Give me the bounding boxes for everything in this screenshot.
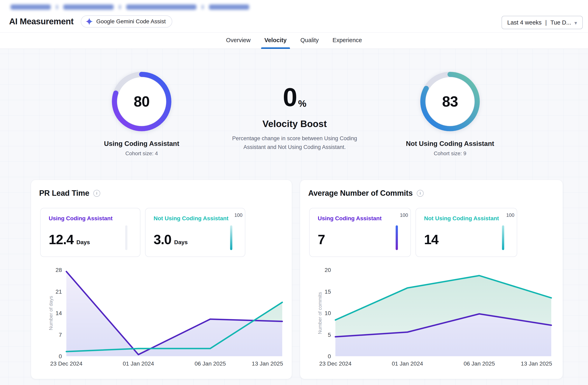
- scale-bar: [125, 225, 127, 250]
- gauge-label: Using Coding Assistant: [77, 140, 207, 148]
- breadcrumb[interactable]: [11, 4, 249, 11]
- stat-label: Not Using Coding Assistant: [154, 215, 229, 222]
- svg-text:0: 0: [59, 353, 62, 360]
- tab-bar: Overview Velocity Quality Experience: [0, 34, 588, 49]
- header-divider: [0, 32, 588, 33]
- stat-not-using-assistant: Not Using Coding Assistant 3.0 Days 100: [145, 208, 245, 257]
- avg-commits-chart: 0510152023 Dec 202401 Jan 202406 Jan 202…: [300, 263, 561, 376]
- svg-text:13 Jan 2025: 13 Jan 2025: [521, 361, 552, 367]
- scale-max-label: 100: [400, 212, 408, 218]
- breadcrumb-item-redacted[interactable]: [209, 4, 249, 10]
- info-icon[interactable]: i: [417, 190, 424, 197]
- svg-text:01 Jan 2024: 01 Jan 2024: [392, 361, 423, 367]
- scale-bar: [230, 225, 232, 250]
- svg-text:23 Dec 2024: 23 Dec 2024: [50, 361, 83, 367]
- date-range-select[interactable]: Last 4 weeks | Tue D... ▾: [502, 16, 583, 29]
- svg-text:Number of commits: Number of commits: [317, 292, 323, 334]
- scale-max-label: 100: [506, 212, 514, 218]
- cohort-size: Cohort size: 9: [385, 150, 515, 157]
- boost-description: Percentage change in score between Using…: [232, 134, 357, 152]
- svg-text:06 Jan 2025: 06 Jan 2025: [195, 361, 226, 367]
- stat-using-assistant: Using Coding Assistant 7 100: [309, 208, 411, 257]
- stat-using-assistant: Using Coding Assistant 12.4 Days: [40, 208, 140, 257]
- page-title: AI Measurement: [9, 17, 73, 26]
- svg-text:23 Dec 2024: 23 Dec 2024: [319, 361, 352, 367]
- stat-value: 14: [424, 232, 438, 247]
- chevron-down-icon: ▾: [574, 20, 577, 26]
- stat-not-using-assistant: Not Using Coding Assistant 14 100: [416, 208, 517, 257]
- tab-quality[interactable]: Quality: [300, 37, 319, 49]
- breadcrumb-item-redacted[interactable]: [126, 4, 196, 10]
- svg-text:13 Jan 2025: 13 Jan 2025: [252, 361, 283, 367]
- svg-text:5: 5: [328, 332, 331, 338]
- velocity-boost-block: 0 % Velocity Boost Percentage change in …: [228, 84, 361, 152]
- scale-bar: [502, 225, 504, 250]
- gemini-code-assist-badge[interactable]: Google Gemini Code Assist: [81, 15, 172, 28]
- svg-text:20: 20: [325, 267, 331, 273]
- avg-commits-card: Average Number of Commits i Using Coding…: [300, 180, 563, 379]
- gemini-sparkle-icon: [86, 18, 93, 25]
- date-range-primary: Last 4 weeks: [507, 19, 542, 26]
- stat-unit: Days: [76, 239, 90, 246]
- stat-value: 7: [318, 232, 325, 247]
- boost-title: Velocity Boost: [228, 118, 361, 129]
- breadcrumb-separator: [202, 5, 204, 9]
- stat-unit: Days: [174, 239, 188, 246]
- info-icon[interactable]: i: [93, 190, 100, 197]
- svg-text:15: 15: [325, 289, 331, 295]
- stat-label: Not Using Coding Assistant: [424, 215, 499, 222]
- svg-text:01 Jan 2024: 01 Jan 2024: [123, 361, 154, 367]
- scale-max-label: 100: [234, 212, 242, 218]
- tab-velocity[interactable]: Velocity: [264, 37, 288, 49]
- breadcrumb-item-redacted[interactable]: [63, 4, 114, 10]
- pr-lead-time-chart: 0714212823 Dec 202401 Jan 202406 Jan 202…: [31, 263, 292, 376]
- boost-value: 0: [283, 84, 297, 110]
- svg-text:06 Jan 2025: 06 Jan 2025: [464, 361, 495, 367]
- scale-bar: [396, 225, 398, 250]
- badge-label: Google Gemini Code Assist: [96, 18, 166, 25]
- svg-text:28: 28: [56, 267, 62, 273]
- boost-unit: %: [298, 98, 306, 110]
- breadcrumb-item-redacted[interactable]: [11, 4, 51, 10]
- svg-text:Number of days: Number of days: [48, 296, 54, 330]
- tab-overview[interactable]: Overview: [225, 37, 252, 49]
- svg-text:0: 0: [328, 353, 331, 360]
- breadcrumb-separator: [56, 5, 58, 9]
- breadcrumb-separator: [119, 5, 121, 9]
- svg-text:21: 21: [56, 289, 62, 295]
- gauge-score: 83: [420, 71, 481, 132]
- tab-experience[interactable]: Experience: [332, 37, 363, 49]
- pr-lead-time-card: PR Lead Time i Using Coding Assistant 12…: [31, 180, 292, 379]
- date-range-secondary: Tue D...: [550, 19, 571, 26]
- score-gauge-not-using-assistant: 83: [420, 71, 481, 132]
- svg-text:10: 10: [325, 310, 331, 316]
- gauge-label: Not Using Coding Assistant: [385, 140, 515, 148]
- card-title: PR Lead Time: [39, 189, 89, 198]
- cohort-size: Cohort size: 4: [77, 150, 207, 157]
- date-range-separator: |: [545, 19, 547, 26]
- card-title: Average Number of Commits: [308, 189, 413, 198]
- svg-text:7: 7: [59, 332, 62, 338]
- stat-value: 12.4: [49, 232, 73, 247]
- svg-text:14: 14: [56, 310, 62, 316]
- stat-value: 3.0: [154, 232, 171, 247]
- stat-label: Using Coding Assistant: [49, 215, 113, 222]
- stat-label: Using Coding Assistant: [318, 215, 382, 222]
- gauge-score: 80: [111, 71, 172, 132]
- score-gauge-using-assistant: 80: [111, 71, 172, 132]
